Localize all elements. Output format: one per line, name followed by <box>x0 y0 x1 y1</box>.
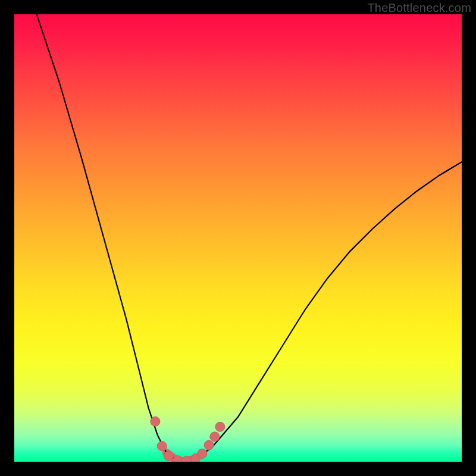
watermark-text: TheBottleneck.com <box>367 1 471 15</box>
highlight-dot <box>210 432 220 441</box>
plot-area <box>14 14 462 462</box>
highlight-dots-group <box>151 416 225 462</box>
outer-frame: TheBottleneck.com <box>0 0 476 476</box>
bottleneck-curve <box>37 14 462 462</box>
highlight-dot <box>164 451 173 461</box>
highlight-dot <box>215 422 225 431</box>
chart-svg <box>14 14 462 462</box>
highlight-dot <box>157 441 167 451</box>
highlight-dot <box>151 416 160 426</box>
highlight-dot <box>198 449 207 459</box>
highlight-dot <box>204 440 214 450</box>
